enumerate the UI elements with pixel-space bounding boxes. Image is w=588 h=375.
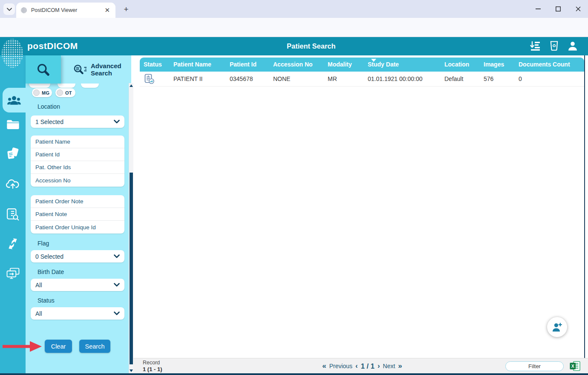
sidebar-item-cloud-upload[interactable] xyxy=(0,178,26,190)
modality-toggle-ot[interactable]: OT xyxy=(55,88,75,97)
browser-tabstrip: PostDICOM Viewer ✕ + xyxy=(0,0,588,18)
patient-id-field[interactable] xyxy=(31,148,124,161)
modality-toggle-mg[interactable]: MG xyxy=(32,88,52,97)
sidebar-item-studies[interactable] xyxy=(0,147,26,160)
column-header-status[interactable]: Status xyxy=(144,58,173,72)
transfer-screens-icon xyxy=(6,268,20,280)
patient-order-note-field[interactable] xyxy=(31,195,124,208)
accession-no-input[interactable] xyxy=(35,177,120,184)
new-tab-button[interactable]: + xyxy=(121,4,132,15)
patient-other-ids-input[interactable] xyxy=(35,164,120,170)
close-icon xyxy=(576,6,581,12)
sidebar-item-share-screens[interactable] xyxy=(0,268,26,280)
modality-toggle-partial[interactable] xyxy=(29,84,50,88)
column-header-patient-name[interactable]: Patient Name xyxy=(173,58,230,72)
report-approved-icon[interactable] xyxy=(144,72,173,86)
pagination-last-icon[interactable]: » xyxy=(398,362,402,370)
cell-patient-name: PATIENT II xyxy=(173,75,230,82)
accession-no-field[interactable] xyxy=(31,174,124,187)
results-table: Status Patient Name Patient Id Accession… xyxy=(140,58,584,87)
filter-input[interactable] xyxy=(505,361,564,371)
sidebar-item-patients[interactable] xyxy=(3,88,26,112)
birth-date-label: Birth Date xyxy=(37,268,64,275)
search-button[interactable]: Search xyxy=(79,340,110,353)
cell-modality: MR xyxy=(328,75,368,82)
recycle-bin-icon[interactable]: ♻ xyxy=(550,40,559,51)
record-label: Record xyxy=(143,360,162,366)
app-bottom-border xyxy=(0,373,588,375)
clear-button[interactable]: Clear xyxy=(45,340,72,353)
document-cards-icon xyxy=(6,147,20,160)
download-queue-icon[interactable] xyxy=(530,41,541,51)
modality-toggle-partial[interactable] xyxy=(58,84,75,88)
record-count: Record 1 (1 - 1) xyxy=(143,360,162,373)
sidebar-item-sync[interactable] xyxy=(0,237,26,250)
tab-advanced-search[interactable]: Advanced Search xyxy=(61,55,131,84)
patient-order-unique-id-field[interactable] xyxy=(31,221,124,234)
table-row[interactable]: PATIENT II 0345678 NONE MR 01.01.1921 00… xyxy=(140,72,584,87)
column-header-documents-count[interactable]: Documents Count xyxy=(519,58,584,72)
panel-scrollbar[interactable] xyxy=(129,83,133,373)
scroll-up-arrow[interactable] xyxy=(130,84,133,87)
column-header-accession-no[interactable]: Accession No xyxy=(273,58,328,72)
profile-icon[interactable] xyxy=(568,41,578,51)
svg-text:X: X xyxy=(571,363,574,369)
pagination-prev-icon[interactable]: ‹ xyxy=(355,362,358,370)
window-maximize-button[interactable] xyxy=(548,0,568,18)
browser-toolbar: germany.postdicom.com/Viewer/Main G文 ☆ xyxy=(0,18,588,37)
location-select[interactable]: 1 Selected xyxy=(31,115,124,128)
column-header-study-date[interactable]: Study Date xyxy=(368,58,444,72)
toggle-knob xyxy=(33,89,40,96)
pagination: « Previous ‹ 1 / 1 › Next » xyxy=(322,358,402,374)
column-header-images[interactable]: Images xyxy=(484,58,519,72)
status-select[interactable]: All xyxy=(31,307,124,320)
flag-label: Flag xyxy=(37,240,49,247)
tab-search-chevron-button[interactable] xyxy=(3,3,15,15)
pagination-first-icon[interactable]: « xyxy=(322,362,326,370)
search-icon xyxy=(36,63,50,77)
sidebar-item-folders[interactable] xyxy=(0,119,26,130)
svg-text:1010: 1010 xyxy=(14,52,19,55)
pagination-previous[interactable]: Previous xyxy=(329,363,352,369)
app-logo: postDICOM xyxy=(27,41,78,51)
pagination-next-icon[interactable]: › xyxy=(378,362,380,370)
export-excel-icon[interactable]: X xyxy=(570,361,580,373)
modality-toggle-partial[interactable] xyxy=(81,84,99,88)
column-header-label: Study Date xyxy=(368,61,399,68)
patient-other-ids-field[interactable] xyxy=(31,161,124,174)
scroll-down-arrow[interactable] xyxy=(130,369,133,372)
sync-arrows-icon xyxy=(6,237,19,250)
pagination-next[interactable]: Next xyxy=(383,363,395,369)
cloud-upload-icon xyxy=(6,178,20,190)
maximize-icon xyxy=(556,6,561,12)
column-header-patient-id[interactable]: Patient Id xyxy=(230,58,273,72)
content-right-border xyxy=(584,55,585,361)
window-minimize-button[interactable] xyxy=(528,0,548,18)
scrollbar-thumb[interactable] xyxy=(130,173,133,364)
patient-name-field[interactable] xyxy=(31,136,124,148)
patient-id-input[interactable] xyxy=(35,151,120,158)
column-header-modality[interactable]: Modality xyxy=(328,58,368,72)
patient-name-input[interactable] xyxy=(35,138,120,145)
patient-id-fields-group xyxy=(31,136,124,187)
window-close-button[interactable] xyxy=(568,0,588,18)
sidebar-item-order-search[interactable] xyxy=(0,208,26,221)
patient-note-input[interactable] xyxy=(35,211,120,217)
browser-tab[interactable]: PostDICOM Viewer ✕ xyxy=(16,3,115,18)
folder-icon xyxy=(6,119,20,130)
column-header-location[interactable]: Location xyxy=(444,58,484,72)
table-header-row: Status Patient Name Patient Id Accession… xyxy=(140,58,584,72)
patient-note-field[interactable] xyxy=(31,208,124,221)
patient-order-note-input[interactable] xyxy=(35,198,120,205)
tab-simple-search[interactable] xyxy=(26,55,61,84)
add-patient-button[interactable] xyxy=(547,317,567,337)
minimize-icon xyxy=(536,9,541,9)
notes-fields-group xyxy=(31,195,124,234)
birth-date-select[interactable]: All xyxy=(31,279,124,291)
patient-order-unique-id-input[interactable] xyxy=(35,224,120,231)
page-title: Patient Search xyxy=(287,42,336,50)
tab-close-icon[interactable]: ✕ xyxy=(103,6,111,14)
add-patient-icon xyxy=(552,322,562,332)
advanced-search-label: Advanced Search xyxy=(91,62,124,77)
flag-select[interactable]: 0 Selected xyxy=(31,250,124,262)
